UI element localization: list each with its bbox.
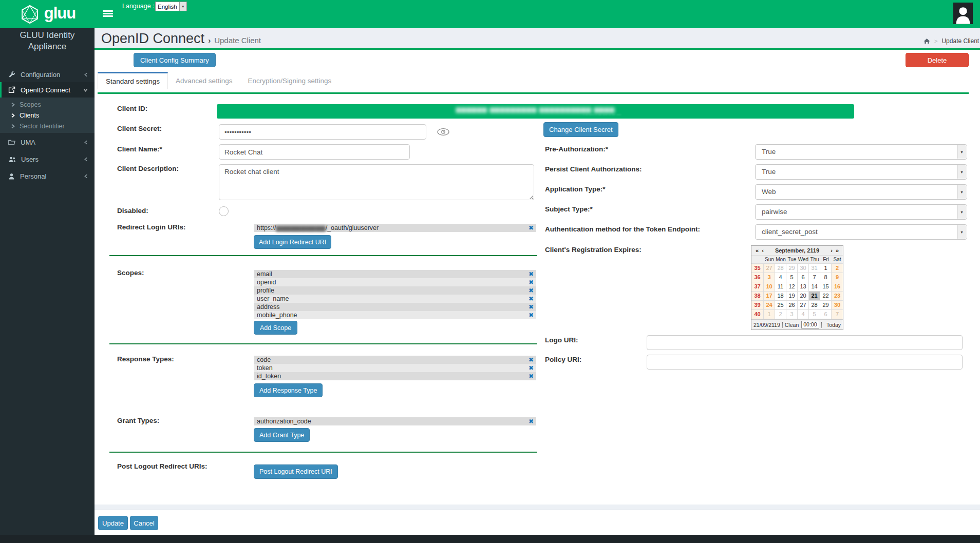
token-endpoint-auth-select[interactable]: client_secret_post ▾ [755, 224, 967, 240]
pre-authorization-value: True [756, 145, 967, 159]
calendar-day[interactable]: 7 [809, 273, 820, 282]
calendar-day[interactable]: 27 [798, 301, 809, 310]
calendar-day[interactable]: 7 [832, 310, 843, 319]
sidebar-toggle-hamburger-icon[interactable] [103, 10, 113, 18]
cancel-button[interactable]: Cancel [130, 516, 158, 530]
remove-response-type-icon[interactable]: ✖ [529, 356, 534, 364]
calendar-day[interactable]: 1 [764, 310, 775, 319]
add-login-redirect-uri-button[interactable]: Add Login Redirect URI [254, 235, 331, 249]
logo-uri-input[interactable] [647, 335, 963, 350]
remove-response-type-icon[interactable]: ✖ [529, 364, 534, 372]
calendar-day[interactable]: 29 [820, 301, 832, 310]
remove-scope-icon[interactable]: ✖ [529, 286, 534, 295]
calendar-day[interactable]: 14 [809, 282, 820, 292]
calendar-day[interactable]: 23 [832, 292, 843, 301]
calendar-day[interactable]: 15 [820, 282, 832, 292]
policy-uri-input[interactable] [647, 355, 963, 370]
gluu-logo[interactable]: gluu [0, 0, 95, 28]
calendar-day[interactable]: 18 [775, 292, 786, 301]
calendar-day[interactable]: 6 [820, 310, 832, 319]
client-secret-input[interactable] [219, 124, 426, 140]
calendar-day[interactable]: 2 [775, 310, 786, 319]
remove-scope-icon[interactable]: ✖ [529, 303, 534, 311]
persist-client-authorizations-select[interactable]: True ▾ [755, 164, 967, 180]
change-client-secret-button[interactable]: Change Client Secret [543, 122, 618, 137]
calendar-day[interactable]: 9 [832, 273, 843, 282]
calendar-day[interactable]: 3 [786, 310, 798, 319]
calendar-day[interactable]: 27 [764, 264, 775, 273]
calendar-day[interactable]: 4 [775, 273, 786, 282]
remove-scope-icon[interactable]: ✖ [529, 295, 534, 303]
tab-standard-settings[interactable]: Standard settings [98, 72, 168, 89]
sidebar-item-openid-connect[interactable]: OpenID Connect [0, 82, 95, 98]
sidebar-item-configuration[interactable]: Configuration [0, 67, 95, 82]
calendar-day[interactable]: 21 [809, 292, 820, 301]
calendar-day[interactable]: 29 [786, 264, 798, 273]
calendar-day[interactable]: 25 [775, 301, 786, 310]
tab-advanced-settings[interactable]: Advanced settings [168, 72, 240, 89]
sidebar-item-sector-identifier[interactable]: Sector Identifier [0, 121, 95, 131]
post-logout-redirect-uri-button[interactable]: Post Logout Redirect URI [254, 464, 338, 479]
disabled-checkbox[interactable] [219, 206, 229, 216]
eye-icon[interactable] [437, 128, 450, 138]
calendar-day[interactable]: 2 [832, 264, 843, 273]
calendar-day[interactable]: 1 [820, 264, 832, 273]
remove-scope-icon[interactable]: ✖ [529, 311, 534, 319]
add-response-type-button[interactable]: Add Response Type [254, 383, 323, 397]
language-select[interactable]: English ▾ [155, 2, 187, 11]
add-grant-type-button[interactable]: Add Grant Type [254, 428, 310, 442]
calendar-next-month-icon[interactable]: › [829, 247, 834, 254]
calendar-day[interactable]: 28 [809, 301, 820, 310]
calendar-day[interactable]: 17 [764, 292, 775, 301]
subject-type-select[interactable]: pairwise ▾ [755, 204, 967, 220]
add-scope-button[interactable]: Add Scope [254, 321, 297, 335]
calendar-day[interactable]: 26 [786, 301, 798, 310]
update-button[interactable]: Update [98, 516, 128, 530]
calendar-day[interactable]: 8 [820, 273, 832, 282]
sidebar-item-users[interactable]: Users [0, 151, 95, 167]
client-name-label: Client Name:* [117, 145, 162, 153]
calendar-day[interactable]: 13 [798, 282, 809, 292]
tab-encryption-signing-settings[interactable]: Encryption/Signing settings [240, 72, 339, 89]
remove-grant-type-icon[interactable]: ✖ [529, 417, 534, 425]
client-config-summary-button[interactable]: Client Config Summary [134, 53, 216, 67]
calendar-day[interactable]: 10 [764, 282, 775, 292]
client-name-input[interactable] [219, 144, 410, 160]
calendar-day[interactable]: 16 [832, 282, 843, 292]
application-type-select[interactable]: Web ▾ [755, 184, 967, 200]
calendar-day[interactable]: 22 [820, 292, 832, 301]
calendar-next-year-icon[interactable]: » [834, 247, 840, 254]
calendar-day[interactable]: 31 [809, 264, 820, 273]
user-avatar[interactable] [953, 3, 973, 24]
calendar-day[interactable]: 19 [786, 292, 798, 301]
client-description-textarea[interactable]: Rocket chat client [219, 164, 534, 200]
calendar-prev-year-icon[interactable]: « [754, 247, 760, 254]
calendar-day[interactable]: 5 [809, 310, 820, 319]
calendar-day[interactable]: 30 [832, 301, 843, 310]
calendar-day[interactable]: 30 [798, 264, 809, 273]
remove-scope-icon[interactable]: ✖ [529, 270, 534, 278]
calendar-day[interactable]: 6 [798, 273, 809, 282]
calendar-day[interactable]: 24 [764, 301, 775, 310]
delete-button[interactable]: Delete [906, 53, 969, 67]
sidebar-item-personal[interactable]: Personal [0, 168, 95, 184]
remove-response-type-icon[interactable]: ✖ [529, 372, 534, 380]
pre-authorization-select[interactable]: True ▾ [755, 144, 967, 160]
calendar-day[interactable]: 28 [775, 264, 786, 273]
calendar-time-input[interactable]: 00:00 [801, 321, 819, 328]
remove-redirect-uri-icon[interactable]: ✖ [529, 224, 534, 232]
sidebar-item-uma[interactable]: UMA [0, 134, 95, 150]
sidebar-item-scopes[interactable]: Scopes [0, 99, 95, 110]
calendar-prev-month-icon[interactable]: ‹ [760, 247, 765, 254]
calendar-day[interactable]: 4 [798, 310, 809, 319]
sidebar-item-clients[interactable]: Clients [0, 110, 95, 121]
calendar-clean-button[interactable]: Clean [785, 322, 799, 328]
calendar-day[interactable]: 12 [786, 282, 798, 292]
home-icon[interactable] [924, 38, 930, 44]
calendar-day[interactable]: 11 [775, 282, 786, 292]
calendar-day[interactable]: 5 [786, 273, 798, 282]
calendar-day[interactable]: 20 [798, 292, 809, 301]
calendar-day[interactable]: 3 [764, 273, 775, 282]
remove-scope-icon[interactable]: ✖ [529, 278, 534, 286]
calendar-today-button[interactable]: Today [826, 322, 841, 328]
